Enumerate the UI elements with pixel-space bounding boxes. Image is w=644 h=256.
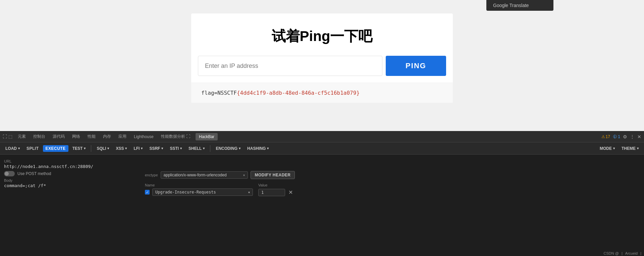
bottom-status-bar: CSDN @ | Arcueid | <box>601 251 644 256</box>
encoding-dropdown[interactable]: ENCODING ▾ <box>213 145 243 152</box>
main-card: 试着Ping一下吧 PING flag=NSSCTF{4dd4c1f9-a8db… <box>191 13 453 103</box>
tab-application[interactable]: 应用 <box>115 132 130 141</box>
tab-console[interactable]: 控制台 <box>30 132 49 141</box>
sqli-arrow-icon: ▾ <box>107 146 109 150</box>
xss-arrow-icon: ▾ <box>125 146 127 150</box>
tab-lighthouse[interactable]: Lighthouse <box>130 133 157 140</box>
status-separator: | <box>622 251 623 255</box>
mode-dropdown[interactable]: MODE ▾ <box>597 145 618 152</box>
sqli-dropdown[interactable]: SQLI ▾ <box>94 145 112 152</box>
header-checkbox[interactable]: ✓ <box>145 190 150 195</box>
settings-icon[interactable]: ⚙ <box>623 134 627 139</box>
header-name-col-label: Name <box>145 183 253 187</box>
right-panel: enctype application/x-www-form-urlencode… <box>145 171 640 196</box>
devtools-area: ⛶ ⬚ 元素 控制台 源代码 网络 性能 内存 应用 Lighthouse 性能… <box>0 131 644 256</box>
hackbar-toolbar: LOAD ▾ SPLIT EXECUTE TEST ▾ SQLI ▾ XSS ▾… <box>0 142 644 155</box>
result-section: flag=NSSCTF{4dd4c1f9-a8db-48ed-846a-cf5c… <box>191 83 453 103</box>
header-value-row: 1 ✕ <box>258 188 295 196</box>
status-separator2: | <box>640 251 641 255</box>
csdn-link[interactable]: CSDN @ <box>604 251 619 255</box>
execute-button[interactable]: EXECUTE <box>43 145 68 152</box>
ssti-label: SSTI <box>170 146 179 151</box>
header-value-col-label: Value <box>258 183 295 187</box>
theme-label: THEME <box>622 146 636 151</box>
header-row: ✓ Upgrade-Insecure-Requests ▾ <box>145 188 253 196</box>
tab-performance[interactable]: 性能 <box>84 132 99 141</box>
info-count: 1 <box>618 134 620 139</box>
sqli-label: SQLI <box>97 146 106 151</box>
body-label: Body <box>4 178 138 182</box>
enctype-value: application/x-www-form-urlencoded <box>164 173 227 177</box>
encoding-label: ENCODING <box>216 146 237 151</box>
toggle-knob <box>5 172 9 176</box>
select-icon[interactable]: ⬚ <box>8 134 12 139</box>
load-dropdown[interactable]: LOAD ▾ <box>3 145 22 152</box>
test-arrow-icon: ▾ <box>84 146 86 150</box>
theme-dropdown[interactable]: THEME ▾ <box>619 145 641 152</box>
url-value[interactable]: http://node1.anna.nssctf.cn:28809/ <box>4 164 640 169</box>
google-translate-bar: Google Translate <box>486 0 553 11</box>
theme-arrow-icon: ▾ <box>637 146 639 150</box>
google-translate-label: Google Translate <box>493 3 529 8</box>
flag-prefix: flag=NSSCTF <box>201 90 237 96</box>
toolbar-right: MODE ▾ THEME ▾ <box>597 145 641 152</box>
tab-hackbar[interactable]: HackBar <box>196 133 218 140</box>
ssti-dropdown[interactable]: SSTI ▾ <box>167 145 184 152</box>
enctype-label: enctype <box>145 173 158 177</box>
test-label: TEST <box>72 146 83 151</box>
xss-dropdown[interactable]: XSS ▾ <box>113 145 129 152</box>
ssrf-dropdown[interactable]: SSRF ▾ <box>147 145 166 152</box>
test-dropdown[interactable]: TEST ▾ <box>70 145 89 152</box>
lfi-dropdown[interactable]: LFI ▾ <box>131 145 145 152</box>
tab-perf-insights[interactable]: 性能数据分析 ⛶ <box>158 132 194 141</box>
header-value-text[interactable]: 1 <box>258 189 285 196</box>
header-close-icon[interactable]: ✕ <box>286 188 295 196</box>
header-name-text[interactable]: Upgrade-Insecure-Requests <box>155 190 216 195</box>
warning-count: 17 <box>606 134 610 139</box>
mode-arrow-icon: ▾ <box>613 146 615 150</box>
shell-label: SHELL <box>189 146 202 151</box>
tab-network[interactable]: 网络 <box>69 132 84 141</box>
ip-input[interactable] <box>198 56 382 76</box>
tab-memory[interactable]: 内存 <box>100 132 114 141</box>
warning-triangle-icon: ⚠ <box>601 134 605 139</box>
hashing-dropdown[interactable]: HASHING ▾ <box>245 145 271 152</box>
lfi-arrow-icon: ▾ <box>141 146 143 150</box>
close-devtools-icon[interactable]: ✕ <box>637 134 641 139</box>
devtools-tab-icons: ⛶ ⬚ <box>3 134 12 139</box>
sep2 <box>210 145 210 152</box>
split-button[interactable]: SPLIT <box>24 145 42 152</box>
enctype-select[interactable]: application/x-www-form-urlencoded ▾ <box>161 171 248 179</box>
info-icon: 🛈 <box>613 134 617 139</box>
tab-sources[interactable]: 源代码 <box>49 132 68 141</box>
more-icon[interactable]: ⋮ <box>630 134 635 139</box>
bottom-row: Use POST method Body command=;cat /f* en… <box>4 171 640 196</box>
post-method-label: Use POST method <box>17 171 51 176</box>
enctype-arrow-icon: ▾ <box>243 173 245 177</box>
title-section: 试着Ping一下吧 <box>191 13 453 56</box>
header-table: Name ✓ Upgrade-Insecure-Requests ▾ Va <box>145 183 640 196</box>
arcueid-link[interactable]: Arcueid <box>625 251 638 255</box>
header-value-col: Value 1 ✕ <box>258 183 295 196</box>
ssti-arrow-icon: ▾ <box>180 146 182 150</box>
post-method-toggle[interactable] <box>4 171 15 176</box>
body-value[interactable]: command=;cat /f* <box>4 183 138 188</box>
lfi-label: LFI <box>133 146 140 151</box>
mode-label: MODE <box>600 146 612 151</box>
url-label: URL <box>4 159 640 163</box>
header-checkbox-cell: Name ✓ Upgrade-Insecure-Requests ▾ <box>145 183 253 196</box>
enctype-row: enctype application/x-www-form-urlencode… <box>145 171 640 179</box>
tab-elements[interactable]: 元素 <box>14 132 29 141</box>
post-method-row: Use POST method <box>4 171 138 176</box>
shell-dropdown[interactable]: SHELL ▾ <box>186 145 207 152</box>
header-name-container: Upgrade-Insecure-Requests ▾ <box>152 188 253 196</box>
shell-arrow-icon: ▾ <box>203 146 205 150</box>
modify-header-button[interactable]: MODIFY HEADER <box>251 171 295 179</box>
ping-button[interactable]: PING <box>386 56 446 76</box>
left-panel: Use POST method Body command=;cat /f* <box>4 171 138 188</box>
info-badge: 🛈 1 <box>613 134 620 139</box>
hashing-label: HASHING <box>247 146 266 151</box>
cursor-icon[interactable]: ⛶ <box>3 134 7 139</box>
xss-label: XSS <box>116 146 124 151</box>
ssrf-arrow-icon: ▾ <box>161 146 163 150</box>
